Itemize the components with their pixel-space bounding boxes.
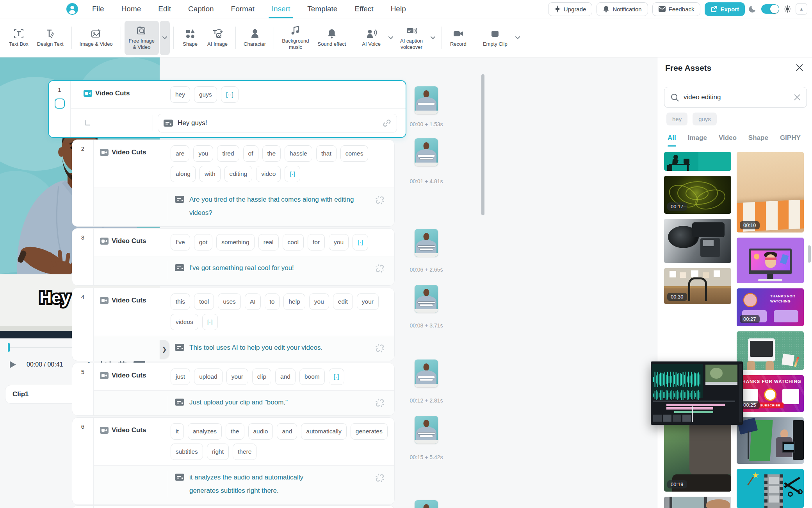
menu-caption[interactable]: Caption [188, 0, 214, 18]
tool-shape[interactable]: Shape [177, 21, 203, 55]
list-scrollbar[interactable] [481, 74, 484, 215]
menu-home[interactable]: Home [121, 0, 141, 18]
word-chip[interactable]: got [194, 234, 213, 250]
playhead[interactable] [8, 343, 10, 352]
cut-row-1[interactable]: 1 Video Cuts heyguys[··] Hey guys! [48, 80, 406, 138]
unlink-icon[interactable] [376, 399, 384, 407]
tool-background-music[interactable]: Background music [278, 21, 313, 55]
chevron-down-icon[interactable] [513, 21, 523, 55]
tab-all[interactable]: All [668, 134, 676, 147]
tool-character[interactable]: Character [239, 21, 270, 55]
word-chip[interactable]: your [357, 293, 379, 310]
asset-studio-greenscreen[interactable] [737, 417, 804, 464]
theme-toggle[interactable] [761, 4, 779, 14]
word-chip[interactable]: uses [218, 293, 241, 310]
word-chip[interactable]: video [256, 166, 281, 182]
menu-insert[interactable]: Insert [272, 0, 290, 18]
tab-image[interactable]: Image [688, 134, 707, 147]
cut-row-2[interactable]: 2 Video Cuts areyoutiredofthehasslethatc… [72, 140, 395, 227]
unlink-icon[interactable] [376, 264, 384, 273]
caption-body[interactable]: Just upload your clip and "boom," [167, 396, 394, 414]
word-chip[interactable]: clip [252, 368, 271, 385]
clip-thumbnail-1[interactable] [415, 86, 438, 114]
clip-thumbnail-7[interactable] [415, 500, 438, 508]
word-chip[interactable]: are [171, 145, 189, 162]
pause-chip[interactable]: [··] [221, 86, 239, 103]
word-chip[interactable]: edit [333, 293, 353, 310]
feedback-button[interactable]: Feedback [652, 2, 701, 16]
cut-row-5[interactable]: 5 Video Cuts justuploadyourclipandboom[·… [72, 363, 395, 416]
clip-thumbnail-5[interactable] [415, 360, 438, 387]
word-chip[interactable]: hey [170, 86, 190, 103]
tab-video[interactable]: Video [719, 134, 737, 147]
asset-thanks-purple[interactable]: THANKS FOR WATCHING00:27 [737, 288, 804, 326]
word-chip[interactable]: editing [224, 166, 253, 182]
word-chip[interactable]: just [171, 368, 190, 385]
tab-shape[interactable]: Shape [748, 134, 768, 147]
word-chip[interactable]: videos [171, 314, 198, 330]
word-chip[interactable]: analyzes [188, 423, 222, 440]
tool-free-image-video[interactable]: Free Image & Video [125, 21, 170, 55]
asset-fractal[interactable]: 00:17 [664, 176, 731, 214]
word-chip[interactable]: help [283, 293, 305, 310]
clear-search-icon[interactable] [794, 94, 800, 100]
export-button[interactable]: Export [705, 2, 745, 16]
word-chip[interactable]: for [308, 234, 325, 250]
search-tag-hey[interactable]: hey [666, 113, 687, 125]
cut-row-3[interactable]: 3 Video Cuts I'vegotsomethingrealcoolfor… [72, 228, 395, 286]
chevron-down-icon[interactable] [160, 21, 170, 55]
caption-body[interactable]: I've got something real cool for you! [167, 261, 394, 279]
menu-effect[interactable]: Effect [354, 0, 373, 18]
word-chip[interactable]: right [207, 444, 229, 460]
link-icon[interactable] [383, 119, 391, 127]
word-chip[interactable]: upload [194, 368, 223, 385]
upgrade-button[interactable]: Upgrade [548, 2, 593, 16]
word-chip[interactable]: you [309, 293, 329, 310]
word-chip[interactable]: hassle [285, 145, 312, 162]
menu-template[interactable]: Template [307, 0, 337, 18]
menu-format[interactable]: Format [231, 0, 255, 18]
word-chip[interactable]: automatically [301, 423, 346, 440]
word-chip[interactable]: it [171, 423, 184, 440]
asset-workshop[interactable]: 00:30 [664, 268, 731, 304]
word-chip[interactable]: tired [217, 145, 239, 162]
word-chip[interactable]: that [316, 145, 337, 162]
cut-row-6[interactable]: 6 Video Cuts itanalyzestheaudioandautoma… [72, 417, 395, 505]
tool-record[interactable]: Record [445, 21, 471, 55]
menu-edit[interactable]: Edit [158, 0, 171, 18]
word-chip[interactable]: with [199, 166, 221, 182]
tool-ai-caption-voiceover[interactable]: AI caption voiceover [396, 21, 438, 55]
asset-laptop-green[interactable] [737, 331, 804, 370]
chevron-down-icon[interactable] [386, 21, 396, 55]
notification-button[interactable]: Notification [597, 2, 648, 16]
clip-thumbnail-2[interactable] [415, 138, 438, 166]
expand-panel-handle[interactable]: ❯ [160, 340, 169, 359]
caption-body[interactable]: it analyzes the audio and automaticallyg… [167, 471, 394, 497]
pause-chip[interactable]: [·] [329, 368, 344, 385]
asset-editing-clipart[interactable]: ★ [737, 469, 804, 508]
play-button[interactable] [9, 361, 16, 368]
word-chip[interactable]: cool [283, 234, 304, 250]
word-chip[interactable]: real [258, 234, 279, 250]
tool-empty-clip[interactable]: Empty Clip [479, 21, 523, 55]
cut-row-4[interactable]: 4 Video Cuts thistoolusesAItohelpyouedit… [72, 288, 395, 361]
tool-ai-image[interactable]: AI Image [203, 21, 232, 55]
asset-illustration-desk[interactable] [664, 152, 731, 171]
asset-tablet-hand[interactable] [664, 497, 731, 508]
word-chip[interactable]: along [171, 166, 196, 182]
asset-camera-bw[interactable] [664, 219, 731, 263]
row-checkbox[interactable] [55, 98, 65, 109]
word-chip[interactable]: tool [194, 293, 214, 310]
close-panel-icon[interactable] [796, 64, 803, 72]
caption-input[interactable]: Hey guys! [158, 114, 397, 132]
word-chip[interactable]: AI [245, 293, 261, 310]
menu-help[interactable]: Help [391, 0, 406, 18]
word-chip[interactable]: guys [194, 86, 217, 103]
menu-file[interactable]: File [92, 0, 104, 18]
word-chip[interactable]: and [275, 368, 296, 385]
tool-ai-voice[interactable]: AI Voice [358, 21, 396, 55]
asset-thanks-red[interactable]: THANKS FOR WATCHINGSUBSCRIBE00:25 [737, 375, 804, 412]
unlink-icon[interactable] [376, 474, 384, 482]
collapse-topbar-button[interactable]: ▲ [796, 3, 807, 15]
asset-purple-monitor[interactable] [737, 238, 804, 283]
